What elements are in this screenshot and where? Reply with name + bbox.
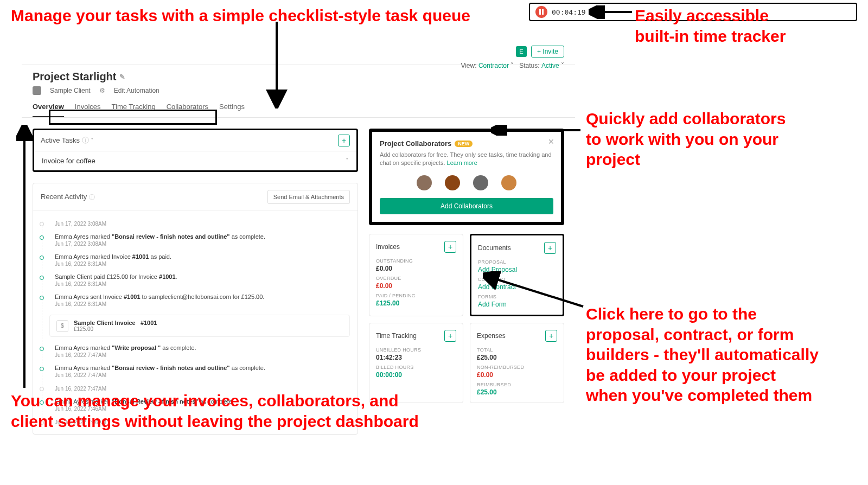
project-title: Project Starlight ✎ (33, 71, 564, 83)
active-tasks-title: Active Tasks (41, 136, 80, 144)
avatar (417, 175, 432, 190)
nonreimb-value: £0.00 (477, 371, 557, 379)
annotation-tasks: Manage your tasks with a simple checklis… (11, 5, 470, 26)
close-icon[interactable]: ✕ (548, 137, 554, 146)
total-value: £25.00 (477, 354, 557, 361)
user-badge[interactable]: E (516, 46, 527, 57)
activity-item: Jun 17, 2022 3:08AM (49, 216, 350, 230)
activity-item: Emma Ayres marked "Bonsai review - finis… (49, 361, 350, 381)
invite-button[interactable]: + Invite (531, 46, 564, 58)
info-icon[interactable]: ⓘ (82, 136, 89, 144)
invoices-card: Invoices+ OUTSTANDING £0.00 OVERDUE £0.0… (369, 234, 463, 316)
add-invoice-button[interactable]: + (444, 241, 456, 253)
collaborators-panel: ✕ Project Collaborators NEW Add collabor… (369, 129, 564, 225)
collab-avatars (380, 175, 553, 190)
collab-title: Project Collaborators (380, 139, 451, 148)
avatar (445, 175, 460, 190)
arrow-tabs (16, 125, 33, 391)
annotation-collab: Quickly add collaborators to work with y… (586, 109, 803, 170)
activity-title: Recent Activity (41, 193, 87, 201)
view-value[interactable]: Contractor (478, 62, 509, 69)
documents-title: Documents (478, 244, 511, 252)
overdue-label: OVERDUE (376, 276, 456, 281)
add-collaborators-button[interactable]: Add Collaborators (380, 198, 553, 214)
add-document-button[interactable]: + (544, 242, 556, 254)
client-name[interactable]: Sample Client (50, 87, 91, 94)
time-title: Time Tracking (376, 332, 417, 340)
project-dashboard: E + Invite Project Starlight ✎ Sample Cl… (22, 38, 575, 374)
automation-icon: ⚙ (99, 87, 105, 94)
tab-invoices[interactable]: Invoices (75, 103, 101, 117)
reimb-label: REIMBURSED (477, 382, 557, 387)
view-status: View: Contractor ˅ Status: Active ˅ (461, 62, 564, 69)
task-row[interactable]: Invoice for coffee ˅ (34, 151, 356, 170)
arrow-timer (589, 5, 632, 19)
billed-label: BILLED HOURS (376, 365, 456, 370)
invoice-icon: $ (56, 320, 68, 332)
outstanding-label: OUTSTANDING (376, 258, 456, 264)
annotation-docs: Click here to go to the proposal, contra… (586, 304, 819, 406)
paid-label: PAID / PENDING (376, 293, 456, 298)
tab-collaborators[interactable]: Collaborators (167, 103, 208, 117)
billed-value: 00:00:00 (376, 371, 456, 379)
view-label: View: (461, 62, 476, 69)
avatar (501, 175, 516, 190)
nonreimb-label: NON-REIMBURSED (477, 365, 557, 370)
overdue-value: £0.00 (376, 282, 456, 290)
activity-item: Emma Ayres marked Invoice #1001 as paid.… (49, 250, 350, 270)
activity-item: Emma Ayres marked "Bonsai review - finis… (49, 230, 350, 250)
info-icon[interactable]: ⓘ (89, 194, 95, 200)
timer-value: 00:04:19 (552, 8, 586, 16)
tab-settings[interactable]: Settings (219, 103, 245, 117)
add-time-button[interactable]: + (444, 330, 456, 342)
add-task-button[interactable]: + (338, 135, 350, 146)
chevron-down-icon[interactable]: ˅ (346, 157, 349, 164)
unbilled-label: UNBILLED HOURS (376, 347, 456, 353)
learn-more-link[interactable]: Learn more (447, 159, 477, 166)
invoices-title: Invoices (376, 243, 400, 251)
reimb-value: £25.00 (477, 388, 557, 396)
activity-item: Emma Ayres sent Invoice #1001 to samplec… (49, 290, 350, 310)
paid-value: £125.00 (376, 299, 456, 307)
expenses-card: Expenses+ TOTAL £25.00 NON-REIMBURSED £0… (470, 323, 564, 403)
project-title-text: Project Starlight (33, 71, 116, 83)
new-badge: NEW (455, 141, 473, 147)
task-label: Invoice for coffee (42, 157, 95, 165)
client-avatar-icon (33, 86, 41, 95)
tabs: Overview Invoices Time Tracking Collabor… (22, 103, 575, 118)
edit-icon[interactable]: ✎ (119, 73, 125, 81)
unbilled-value: 01:42:23 (376, 354, 456, 361)
proposal-label: PROPOSAL (478, 259, 556, 265)
arrow-tasks (260, 22, 293, 109)
activity-item: Sample Client paid £125.00 for Invoice #… (49, 270, 350, 290)
edit-automation-link[interactable]: Edit Automation (114, 87, 159, 94)
annotation-timer: Easily accessible built-in time tracker (635, 5, 808, 46)
arrow-collab (491, 125, 583, 136)
activity-invoice-card[interactable]: $Sample Client Invoice #1001£125.00 (49, 315, 350, 337)
svg-line-3 (488, 277, 583, 307)
active-tasks-panel: Active Tasks ⓘ ˅ + Invoice for coffee ˅ (33, 129, 358, 172)
topbar: E + Invite (22, 38, 575, 65)
pause-icon[interactable] (535, 6, 547, 18)
outstanding-value: £0.00 (376, 265, 456, 272)
activity-item: Emma Ayres marked "Write proposal " as c… (49, 341, 350, 361)
chevron-down-icon[interactable]: ˅ (91, 137, 94, 144)
tab-time-tracking[interactable]: Time Tracking (112, 103, 156, 117)
status-label: Status: (519, 62, 539, 69)
annotation-tabs: You can manage your invoices, collaborat… (11, 391, 445, 431)
project-header: Project Starlight ✎ Sample Client ⚙ Edit… (22, 65, 575, 95)
add-expense-button[interactable]: + (545, 330, 557, 342)
tab-overview[interactable]: Overview (33, 103, 64, 117)
collab-description: Add collaborators for free. They only se… (380, 151, 553, 168)
status-value[interactable]: Active (541, 62, 559, 69)
total-label: TOTAL (477, 347, 557, 353)
arrow-docs (483, 271, 586, 309)
avatar (473, 175, 488, 190)
expenses-title: Expenses (477, 332, 506, 340)
send-email-button[interactable]: Send Email & Attachments (267, 190, 350, 204)
